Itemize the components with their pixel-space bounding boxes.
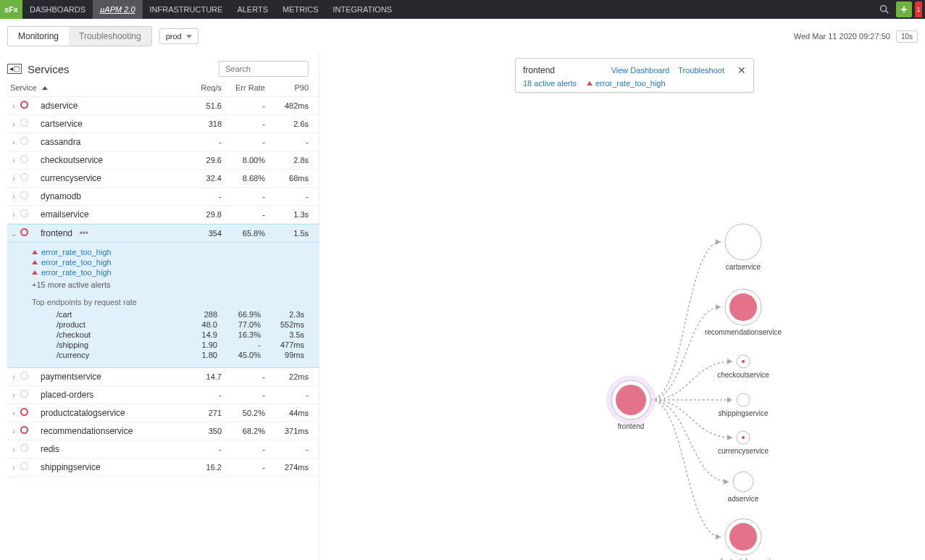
popup-alert-item[interactable]: error_rate_too_high (587, 79, 666, 88)
endpoint-row[interactable]: /cart28866.9%2.3s (32, 309, 314, 319)
cell-p90: 477ms (267, 340, 310, 349)
alert-link[interactable]: error_rate_too_high (32, 267, 314, 277)
service-row-cartservice[interactable]: ›cartservice318-2.6s (7, 115, 319, 133)
endpoint-path: /product (56, 320, 183, 329)
tab-troubleshooting[interactable]: Troubleshooting (69, 27, 151, 46)
service-row-shippingservice[interactable]: ›shippingservice16.2-274ms (7, 459, 319, 477)
service-name: frontend ••• (41, 228, 188, 238)
nav-alerts[interactable]: ALERTS (230, 0, 275, 19)
search-icon[interactable] (876, 1, 893, 18)
alert-triangle-icon (587, 81, 593, 85)
more-alerts-link[interactable]: +15 more active alerts (32, 277, 314, 295)
service-row-adservice[interactable]: ›adservice51.6-482ms (7, 97, 319, 115)
arrow-icon (724, 479, 729, 485)
back-icon[interactable]: ◂▢ (7, 64, 22, 74)
service-name: shippingservice (41, 462, 188, 472)
node-label-cartservice: cartservice (726, 263, 761, 271)
node-cartservice[interactable] (725, 224, 761, 260)
brand-logo[interactable]: sFx (0, 0, 22, 19)
expand-icon[interactable]: › (7, 464, 20, 472)
sort-asc-icon (42, 86, 48, 90)
nav-dashboards[interactable]: DASHBOARDS (22, 0, 93, 19)
time-window[interactable]: 10s (896, 30, 918, 43)
expand-icon[interactable]: › (7, 427, 20, 435)
expand-icon[interactable]: › (7, 120, 20, 128)
nav-metrics[interactable]: METRICS (275, 0, 326, 19)
cell-err: - (227, 463, 271, 472)
service-row-placed-orders[interactable]: ›placed-orders--- (7, 386, 319, 404)
cell-reqs: - (188, 390, 227, 399)
status-icon (20, 390, 28, 398)
cell-p90: 1.3s (271, 210, 314, 219)
service-row-emailservice[interactable]: ›emailservice29.8-1.3s (7, 206, 319, 224)
expand-icon[interactable]: › (7, 175, 20, 183)
close-icon[interactable]: ✕ (737, 64, 746, 76)
cell-err: 16.3% (223, 330, 267, 339)
view-tabs: Monitoring Troubleshooting (7, 26, 152, 46)
environment-select[interactable]: prod (159, 28, 198, 44)
expand-icon[interactable]: › (7, 409, 20, 417)
nav-integrations[interactable]: INTEGRATIONS (325, 0, 399, 19)
service-map[interactable]: frontend View Dashboard Troubleshoot ✕ 1… (319, 54, 925, 560)
service-row-cassandra[interactable]: ›cassandra--- (7, 133, 319, 151)
cell-reqs: 14.9 (183, 330, 223, 339)
col-service[interactable]: Service (7, 83, 188, 92)
cell-err: - (227, 390, 271, 399)
edge-frontend-recommendationservice (650, 307, 721, 400)
cell-err: - (227, 445, 271, 454)
view-dashboard-link[interactable]: View Dashboard (611, 66, 670, 75)
expand-icon[interactable]: › (7, 211, 20, 219)
add-button[interactable]: + (896, 1, 912, 17)
service-row-currencyservice[interactable]: ›currencyservice32.48.68%68ms (7, 170, 319, 188)
nav-infrastructure[interactable]: INFRASTRUCTURE (143, 0, 230, 19)
node-shippingservice[interactable] (737, 393, 750, 406)
cell-err: - (227, 120, 271, 128)
endpoint-row[interactable]: /checkout14.916.3%3.5s (32, 330, 314, 340)
service-row-dynamodb[interactable]: ›dynamodb--- (7, 188, 319, 206)
service-row-frontend[interactable]: ⌄frontend •••35465.8%1.5s (7, 224, 319, 243)
endpoint-row[interactable]: /shipping1.90-477ms (32, 340, 314, 350)
cell-err: - (223, 340, 267, 349)
expand-icon[interactable]: › (7, 193, 20, 201)
col-err[interactable]: Err Rate (227, 83, 271, 92)
service-name: checkoutservice (41, 155, 188, 165)
expand-icon[interactable]: › (7, 391, 20, 399)
edge-frontend-cartservice (650, 242, 721, 400)
service-row-productcatalogservice[interactable]: ›productcatalogservice27150.2%44ms (7, 404, 319, 422)
service-name: emailservice (41, 209, 188, 220)
active-alerts-link[interactable]: 18 active alerts (523, 79, 577, 88)
node-label-adservice: adservice (728, 495, 759, 503)
status-icon (20, 444, 28, 452)
services-search-input[interactable] (219, 61, 309, 77)
node-fill (729, 523, 757, 551)
nav--apm-2-0[interactable]: µAPM 2.0 (93, 0, 143, 19)
col-reqs[interactable]: Req/s (188, 83, 227, 92)
expand-icon[interactable]: › (7, 138, 20, 146)
cell-reqs: 271 (188, 409, 227, 417)
endpoint-path: /checkout (56, 330, 183, 339)
expand-icon[interactable]: › (7, 102, 20, 110)
service-row-paymentservice[interactable]: ›paymentservice14.7-22ms (7, 368, 319, 386)
alert-link[interactable]: error_rate_too_high (32, 247, 314, 257)
troubleshoot-link[interactable]: Troubleshoot (678, 66, 724, 75)
alert-link[interactable]: error_rate_too_high (32, 257, 314, 267)
expand-icon[interactable]: › (7, 373, 20, 381)
alert-badge[interactable]: 1 (915, 1, 922, 17)
dependency-graph[interactable]: frontendcartservicerecommendationservice… (558, 162, 913, 560)
expand-icon[interactable]: › (7, 446, 20, 454)
endpoint-row[interactable]: /currency1.8045.0%99ms (32, 350, 314, 360)
service-row-recommendationservice[interactable]: ›recommendationservice35068.2%371ms (7, 422, 319, 440)
service-row-redis[interactable]: ›redis--- (7, 440, 319, 459)
tab-monitoring[interactable]: Monitoring (8, 27, 69, 46)
more-icon[interactable]: ••• (77, 228, 88, 238)
endpoint-row[interactable]: /product48.077.0%552ms (32, 319, 314, 330)
col-p90[interactable]: P90 (271, 83, 314, 92)
expand-icon[interactable]: ⌄ (7, 230, 20, 238)
expand-icon[interactable]: › (7, 156, 20, 164)
node-label-checkoutservice: checkoutservice (717, 371, 769, 379)
node-adservice[interactable] (733, 472, 753, 492)
service-row-checkoutservice[interactable]: ›checkoutservice29.68.00%2.8s (7, 151, 319, 170)
cell-reqs: 1.80 (183, 351, 223, 359)
cell-err: 66.9% (223, 310, 267, 319)
cell-err: 68.2% (227, 427, 271, 435)
